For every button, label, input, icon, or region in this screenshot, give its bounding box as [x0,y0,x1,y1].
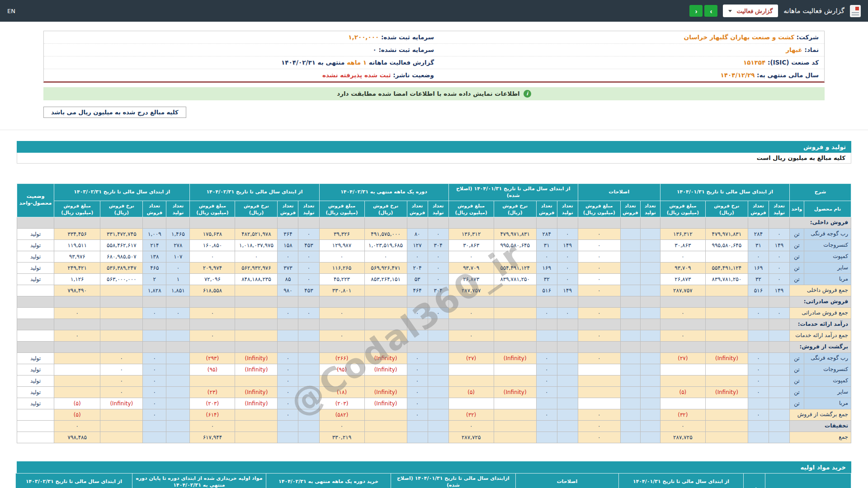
column-header: تعداد فروش [536,201,557,217]
data-cell: ۰ [578,251,620,262]
data-cell: ۱۴۹ [769,285,789,296]
info-segment: وضعیت ناشر: [391,71,434,79]
report-icon [850,5,861,17]
data-cell [557,341,578,352]
section-row: درآمد ارائه خدمات: [17,319,851,330]
data-cell: ۱۶۹ [748,262,769,273]
company-info-row: سال مالی منتهی به: ۱۴۰۴/۱۲/۲۹وضعیت ناشر:… [44,69,824,81]
data-cell [100,296,143,307]
next-report-button[interactable]: › [704,5,717,17]
data-cell: ۰ [278,251,298,262]
data-cell [428,341,448,352]
info-segment: سرمایه ثبت شده: [379,33,434,41]
data-cell: ۹۳,۷۰۹ [660,262,705,273]
data-cell [143,420,166,432]
data-cell: (۵) [660,386,705,398]
data-cell: ۰ [100,375,143,386]
data-cell [166,398,190,409]
data-cell: ۲ [143,273,166,285]
column-group-header: مواد اولیه خریداری شده از ابتدای دوره تا… [132,473,266,488]
data-cell: (۱۸) [319,386,364,398]
data-cell [448,319,494,330]
data-cell: ۰ [660,420,705,432]
data-cell [364,341,407,352]
data-cell [143,330,166,341]
data-cell [428,330,448,341]
data-cell: ۱,۰۲۳,۵۱۹,۶۸۵ [364,239,407,251]
label-row: تخفیفات۰۰۰۰۰۰ [17,420,851,432]
data-cell [494,432,536,443]
total-row: جمع درآمد ارائه خدمات۰۰۰۰۰۰ [17,330,851,341]
data-cell [557,386,578,398]
product-name: کمپوت [804,375,851,386]
data-cell: ۰ [143,386,166,398]
column-group-header: وضعیت محصول-واحد [17,183,54,217]
column-header: تعداد فروش [748,201,769,217]
data-cell [769,409,789,420]
data-cell: (۳۲) [448,409,494,420]
data-cell: (۵) [54,398,100,409]
data-cell [705,364,748,375]
data-cell [364,296,407,307]
info-segment: سال مالی منتهی به: [755,71,819,79]
data-cell: ۰ [557,228,578,239]
data-cell: ۰ [407,364,428,375]
data-cell: (۶۱۴) [190,409,235,420]
data-cell: ۵۵۴,۴۹۱,۱۲۴ [494,262,536,273]
data-cell: ۵۱۶ [536,285,557,296]
data-cell: ۱۱۶,۲۶۵ [319,262,364,273]
banner-text: اطلاعات نمایش داده شده با اطلاعات امضا ش… [337,90,520,97]
language-toggle-link[interactable]: EN [7,8,15,14]
data-cell [640,432,660,443]
data-cell [705,217,748,228]
data-cell [660,398,705,409]
data-cell: ۱,۱۲۶ [54,273,100,285]
unit-cell: تن [789,228,804,239]
data-cell [748,296,769,307]
column-header: مبلغ فروش (میلیون ریال) [660,201,705,217]
data-cell: ۰ [428,262,448,273]
data-cell [536,330,557,341]
data-cell [620,398,640,409]
data-cell [428,386,448,398]
column-header: تعداد تولید [298,201,319,217]
column-header: مبلغ فروش (میلیون ریال) [190,201,235,217]
data-cell [640,398,660,409]
data-cell [235,319,278,330]
data-cell [364,409,407,420]
status-cell: تولید [17,386,54,398]
data-cell [278,420,298,432]
report-type-dropdown[interactable]: گزارش فعالیت [723,5,778,17]
raw-material-purchase-section-header: خرید مواد اولیه [17,461,851,473]
data-cell [298,330,319,341]
data-cell: ۴۶۵ [143,262,166,273]
data-cell: ۱۳۸ [143,251,166,262]
data-cell [640,296,660,307]
data-cell [557,432,578,443]
data-cell [640,217,660,228]
data-cell [557,352,578,364]
data-cell: ۹۸۰ [278,285,298,296]
data-cell: ۰ [557,307,578,319]
data-cell [578,375,620,386]
data-cell [428,420,448,432]
data-cell [705,251,748,262]
data-cell [640,386,660,398]
data-cell [143,341,166,352]
data-cell: ۰ [428,273,448,285]
data-cell [428,432,448,443]
topbar-right-group: گزارش فعالیت ماهانه گزارش فعالیت › ‹ [689,5,861,17]
prev-report-button[interactable]: ‹ [689,5,703,17]
data-cell: ۳۳۰,۸۰۱ [319,285,364,296]
data-cell: ۱۳۶,۳۱۲ [660,228,705,239]
data-cell: ۰ [190,420,235,432]
data-cell: ۰ [428,251,448,262]
data-cell: ۰ [769,307,789,319]
data-cell: ۸۵ [278,273,298,285]
info-segment: کشت و صنعت بهاران گلبهار خراسان [684,33,794,41]
section-divider [0,130,868,130]
data-cell: ۰ [448,307,494,319]
data-cell [54,217,100,228]
data-cell [705,285,748,296]
data-cell: ۰ [143,307,166,319]
